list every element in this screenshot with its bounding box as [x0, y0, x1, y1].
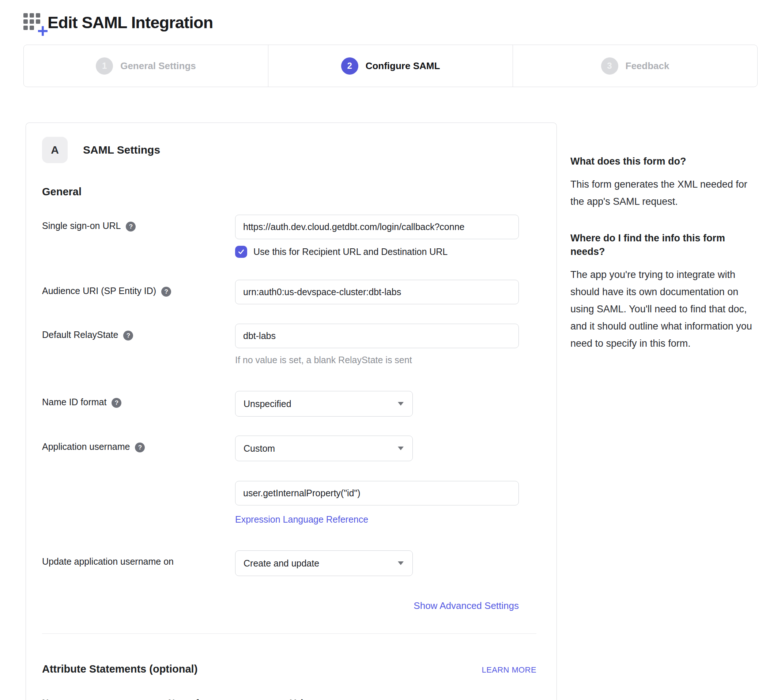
- step-1-circle: 1: [96, 57, 113, 75]
- update-application-username-label: Update application username on: [42, 556, 174, 567]
- sidebar-body-where: The app you're trying to integrate with …: [570, 266, 763, 352]
- saml-settings-panel: A SAML Settings General Single sign-on U…: [26, 123, 557, 700]
- step-3-circle: 3: [601, 57, 618, 75]
- page-title: Edit SAML Integration: [48, 13, 213, 32]
- general-section-heading: General: [42, 186, 536, 198]
- help-icon[interactable]: ?: [135, 443, 145, 452]
- recipient-url-checkbox-label[interactable]: Use this for Recipient URL and Destinati…: [253, 247, 448, 257]
- edit-saml-integration-page: + Edit SAML Integration 1 General Settin…: [0, 0, 781, 700]
- step-1-label: General Settings: [120, 60, 196, 72]
- custom-username-expression-input[interactable]: [235, 481, 519, 505]
- default-relaystate-input[interactable]: [235, 324, 519, 348]
- step-2-label: Configure SAML: [366, 60, 440, 72]
- caret-down-icon: [398, 402, 404, 406]
- step-2-circle: 2: [341, 57, 358, 75]
- name-id-format-select[interactable]: Unspecified: [235, 391, 413, 417]
- section-divider: [42, 633, 536, 634]
- sidebar-body-what: This form generates the XML needed for t…: [570, 176, 763, 210]
- help-sidebar: What does this form do? This form genera…: [570, 123, 775, 352]
- step-feedback[interactable]: 3 Feedback: [513, 45, 757, 87]
- learn-more-link[interactable]: LEARN MORE: [482, 665, 536, 675]
- application-username-label: Application username: [42, 442, 130, 452]
- sso-url-label: Single sign-on URL: [42, 220, 121, 231]
- application-username-select[interactable]: Custom: [235, 436, 413, 461]
- check-icon: [237, 248, 245, 256]
- app-grid-plus-icon: +: [23, 13, 44, 34]
- column-header-name-format: Name format: [168, 698, 290, 700]
- attribute-statements-heading: Attribute Statements (optional): [42, 663, 197, 675]
- sidebar-heading-what: What does this form do?: [570, 155, 744, 168]
- recipient-url-checkbox[interactable]: [235, 246, 247, 258]
- caret-down-icon: [398, 447, 404, 450]
- expression-language-reference-link[interactable]: Expression Language Reference: [235, 514, 368, 525]
- attribute-table-header: Name Name format Value: [42, 698, 536, 700]
- step-configure-saml[interactable]: 2 Configure SAML: [268, 45, 513, 87]
- plus-icon: +: [37, 21, 48, 40]
- column-header-name: Name: [42, 698, 168, 700]
- wizard-steps: 1 General Settings 2 Configure SAML 3 Fe…: [23, 45, 758, 87]
- panel-title: SAML Settings: [83, 144, 160, 156]
- step-general-settings[interactable]: 1 General Settings: [24, 45, 268, 87]
- section-a-badge: A: [42, 137, 68, 163]
- audience-uri-label: Audience URI (SP Entity ID): [42, 286, 156, 296]
- relaystate-hint: If no value is set, a blank RelayState i…: [235, 355, 519, 365]
- show-advanced-settings-link[interactable]: Show Advanced Settings: [413, 600, 519, 611]
- help-icon[interactable]: ?: [161, 287, 171, 297]
- audience-uri-input[interactable]: [235, 280, 519, 304]
- help-icon[interactable]: ?: [112, 398, 122, 408]
- application-username-value: Custom: [243, 443, 275, 454]
- help-icon[interactable]: ?: [126, 222, 136, 232]
- caret-down-icon: [398, 562, 404, 565]
- help-icon[interactable]: ?: [123, 331, 133, 340]
- step-3-label: Feedback: [626, 60, 669, 72]
- sso-url-input[interactable]: [235, 215, 519, 239]
- page-header: + Edit SAML Integration: [0, 0, 781, 34]
- default-relaystate-label: Default RelayState: [42, 330, 118, 340]
- name-id-format-label: Name ID format: [42, 397, 107, 407]
- sidebar-heading-where: Where do I find the info this form needs…: [570, 232, 744, 258]
- name-id-format-value: Unspecified: [243, 398, 291, 409]
- column-header-value: Value: [290, 698, 536, 700]
- update-application-username-value: Create and update: [243, 558, 319, 569]
- update-application-username-select[interactable]: Create and update: [235, 550, 413, 576]
